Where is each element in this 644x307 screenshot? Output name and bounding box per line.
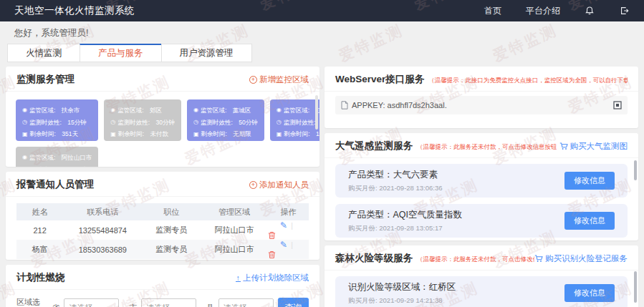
monitor-card[interactable]: ◉监管区域: 红桥区 ◷监测时效性: 15分钟 ▣剩余时间: 165天	[270, 99, 319, 141]
col-position: 职位	[142, 203, 201, 220]
clock-icon: ◷	[22, 117, 27, 128]
county-select[interactable]: 请选择 ▼	[218, 298, 274, 307]
cell-region: 阿拉山口市	[201, 220, 268, 240]
clock-icon: ◷	[22, 164, 27, 167]
main-tabs: 火情监测 产品与服务 用户资源管理	[7, 44, 644, 62]
cart-icon	[534, 255, 543, 263]
pin-icon: ◉	[277, 104, 282, 116]
atmosphere-hint: （温馨提示：此服务还未付款，可点击修改信息按钮，进行信息修改或查看商务人员电话）	[417, 143, 559, 152]
city-select[interactable]: 请选择 ▼	[141, 298, 196, 307]
cell-name: 212	[16, 220, 63, 240]
remaining-value: 未付款	[150, 128, 169, 140]
region-value: 藁城区	[233, 104, 251, 117]
buy-forest-label: 购买识别火险登记服务	[545, 253, 628, 264]
buy-atmosphere-label: 购买大气监测图	[570, 141, 628, 152]
monitor-service-panel: 监测服务管理 + 新增监控区域 ◉监管区域: 扶余市 ◷监测时效性: 15分钟 …	[6, 67, 319, 167]
province-select[interactable]: 请选择 ▼	[64, 298, 119, 307]
main-content: 监测服务管理 + 新增监控区域 ◉监管区域: 扶余市 ◷监测时效性: 15分钟 …	[0, 67, 644, 307]
timeliness-value: 30分钟	[155, 117, 174, 129]
atmosphere-panel: 大气遥感监测服务 （温馨提示：此服务还未付款，可点击修改信息按钮，进行信息修改或…	[325, 133, 638, 240]
scrollbar-thumb[interactable]	[315, 95, 318, 130]
query-button[interactable]: 查询	[278, 298, 309, 307]
cell-name: 杨富	[16, 240, 63, 259]
col-actions: 操作	[268, 203, 309, 220]
logout-icon[interactable]	[619, 6, 630, 16]
product-card: 产品类型：大气六要素 购买月份: 2021-09-28 13:06:36 修改信…	[335, 164, 628, 198]
right-column: WebServer接口服务 （温馨提示：此接口为免费监控火点接口，监控区域为全国…	[325, 67, 638, 307]
timeliness-value: 50分钟	[239, 117, 257, 129]
monitor-panel-title: 监测服务管理	[16, 73, 75, 86]
clock-icon: ◷	[193, 117, 198, 128]
monitor-card-grid: ◉监管区域: 扶余市 ◷监测时效性: 15分钟 ▣剩余时间: 351天 ◉监管区…	[6, 92, 319, 167]
table-header-row: 姓名 联系电话 职位 管理区域 操作	[16, 203, 309, 220]
remaining-value: 165天	[316, 128, 319, 140]
region-label: 监管区域:	[29, 104, 55, 117]
table-row: 212 13255484874 监测专员 阿拉山口市 ✎|	[16, 220, 309, 240]
add-monitor-region-link[interactable]: + 新增监控区域	[249, 74, 309, 85]
upload-burn-region-label: 上传计划烧除区域	[243, 273, 309, 283]
pin-icon: ◉	[193, 104, 198, 116]
col-name: 姓名	[16, 203, 63, 220]
pin-icon: ◉	[22, 152, 27, 163]
forest-hint: （温馨提示：此服务还未付款，可点击修改信息按钮，进行信息修改或查看商务人员电话）	[417, 255, 534, 264]
timeliness-label: 监测时效性:	[29, 164, 62, 167]
scan-copy-icon[interactable]	[613, 101, 622, 109]
modify-info-button[interactable]: 修改信息	[564, 172, 615, 190]
province-label: 省	[52, 303, 59, 307]
greeting-text: 您好，系统管理员!	[0, 21, 644, 42]
timeliness-value: 15分钟	[67, 164, 86, 167]
city-label: 市	[129, 303, 137, 307]
buy-forest-link[interactable]: 购买识别火险登记服务	[534, 253, 628, 264]
clock-icon: ◷	[277, 117, 282, 128]
buy-atmosphere-link[interactable]: 购买大气监测图	[559, 141, 628, 152]
shield-icon: ▣	[193, 129, 199, 140]
nav-platform-intro[interactable]: 平台介绍	[526, 5, 560, 17]
delete-icon[interactable]	[268, 250, 309, 259]
region-value: 扶余市	[62, 104, 80, 117]
action-divider: |	[291, 241, 293, 249]
cell-position: 监测专员	[142, 240, 201, 259]
remaining-label: 剩余时间:	[118, 128, 144, 140]
upload-burn-region-link[interactable]: ↑ 上传计划烧除区域	[236, 273, 309, 283]
timeliness-label: 监测时效性:	[284, 117, 316, 129]
topbar: 天地空一体化火情监测系统 首页 平台介绍	[0, 0, 644, 21]
add-notify-person-link[interactable]: + 添加通知人员	[249, 180, 309, 190]
monitor-card[interactable]: ◉监管区域: 扶余市 ◷监测时效性: 15分钟 ▣剩余时间: 351天	[16, 99, 98, 141]
tab-user-resources[interactable]: 用户资源管理	[161, 44, 252, 62]
nav-home[interactable]: 首页	[484, 5, 501, 17]
shield-icon: ▣	[22, 129, 28, 140]
bell-icon[interactable]	[585, 6, 595, 16]
cell-actions: ✎|	[268, 240, 309, 259]
modify-info-button[interactable]: 修改信息	[564, 284, 615, 302]
remaining-value: 无期限	[233, 128, 251, 140]
plus-circle-icon: +	[249, 76, 257, 84]
webserver-hint: （温馨提示：此接口为免费监控火点接口，监控区域为全国，可以自行下载进行处理.）	[428, 77, 628, 85]
scrollbar-thumb[interactable]	[634, 271, 637, 303]
remaining-label: 剩余时间:	[30, 128, 56, 140]
monitor-card[interactable]: ◉监管区域: 郊区 ◷监测时效性: 30分钟 ▣剩余时间: 未付款	[104, 99, 181, 141]
pin-icon: ◉	[110, 104, 115, 116]
tab-products-services[interactable]: 产品与服务	[80, 44, 162, 62]
purchase-date: 购买月份: 2021-09-29 14:21:38	[348, 296, 456, 306]
tab-fire-monitoring[interactable]: 火情监测	[7, 44, 80, 62]
area-select-label: 区域选择	[16, 297, 42, 307]
modify-info-button[interactable]: 修改信息	[564, 212, 615, 230]
edit-icon[interactable]: ✎	[280, 220, 287, 230]
notify-table: 姓名 联系电话 职位 管理区域 操作 212 13255484874 监测专员 …	[16, 203, 309, 259]
upload-icon: ↑	[236, 274, 241, 282]
purchase-date: 购买月份: 2021-09-28 13:05:17	[348, 224, 462, 233]
timeliness-label: 监测时效性:	[201, 117, 233, 129]
notify-panel-title: 报警通知人员管理	[16, 178, 94, 191]
scrollbar-thumb[interactable]	[634, 160, 637, 180]
cell-phone: 13255484874	[63, 220, 142, 240]
webserver-panel-title: WebServer接口服务	[335, 73, 424, 86]
monitor-card[interactable]: ◉监管区域: 藁城区 ◷监测时效性: 50分钟 ▣剩余时间: 无期限	[187, 99, 264, 141]
edit-icon[interactable]: ✎	[280, 240, 287, 250]
delete-icon[interactable]	[268, 231, 309, 240]
monitor-card[interactable]: ◉监管区域: 阿拉山口市 ◷监测时效性: 15分钟	[16, 147, 98, 167]
forest-panel: 森林火险等级服务 （温馨提示：此服务还未付款，可点击修改信息按钮，进行信息修改或…	[325, 245, 638, 307]
document-icon	[341, 101, 348, 109]
add-monitor-region-label: 新增监控区域	[259, 74, 309, 85]
region-label: 监管区域:	[117, 104, 143, 117]
region-label: 监管区域:	[29, 152, 55, 164]
